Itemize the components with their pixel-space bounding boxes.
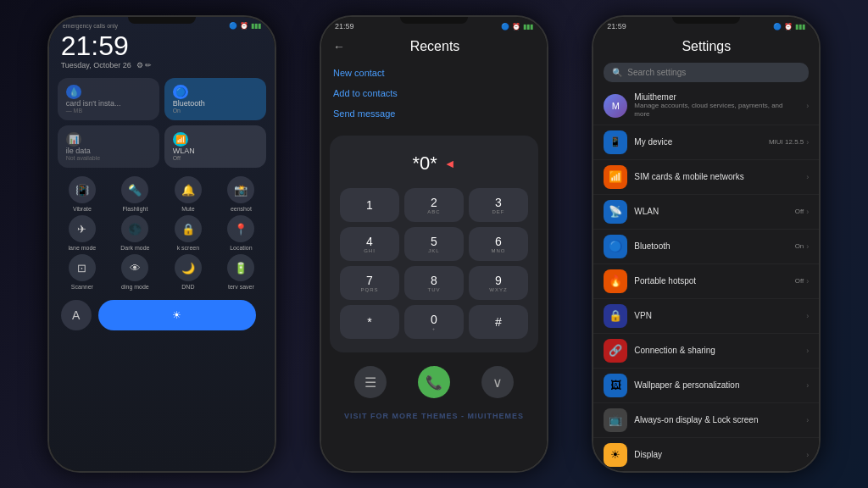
- quick-lockscreen[interactable]: 🔒 k screen: [164, 215, 214, 251]
- setting-connection-sharing[interactable]: 🔗 Connection & sharing ›: [593, 334, 819, 369]
- p1-quick-launch-btn[interactable]: A: [61, 300, 92, 330]
- tile-bluetooth[interactable]: 🔵 Bluetooth On: [164, 78, 266, 120]
- tile-signal-icon: 📊: [66, 132, 81, 147]
- p1-bt-icon: 🔵: [229, 22, 237, 30]
- dial-key-7[interactable]: 7 PQRS: [340, 266, 399, 300]
- mydevice-version: MIUI 12.5.5 ›: [769, 138, 809, 147]
- setting-simcards[interactable]: 📶 SIM cards & mobile networks ›: [593, 160, 819, 195]
- battery-saver-icon: 🔋: [227, 254, 254, 281]
- miuithemer-avatar: M: [604, 94, 627, 118]
- tile-wlan[interactable]: 📶 WLAN Off: [164, 125, 266, 168]
- brightness-sun-icon: ☀: [172, 309, 181, 321]
- mute-icon: 🔔: [175, 176, 202, 203]
- brightness-slider[interactable]: ☀: [98, 300, 256, 330]
- p2-recent-button[interactable]: ∨: [481, 366, 514, 398]
- setting-wallpaper[interactable]: 🖼 Wallpaper & personalization ›: [593, 369, 819, 403]
- chevron-icon: ›: [806, 277, 809, 286]
- phone2-screen: 21:59 🔵 ⏰ ▮▮▮ ← Recents New contact Add …: [321, 17, 547, 471]
- chevron-icon: ›: [806, 173, 809, 181]
- reading-icon: 👁: [121, 254, 148, 281]
- p2-send-message[interactable]: Send message: [333, 103, 535, 124]
- dial-key-star[interactable]: *: [340, 305, 399, 339]
- darkmode-icon: 🌑: [121, 215, 148, 242]
- dial-key-4[interactable]: 4 GHI: [340, 227, 399, 261]
- setting-display[interactable]: ☀ Display ›: [593, 438, 819, 471]
- chevron-icon: ›: [806, 451, 809, 459]
- dial-key-9[interactable]: 9 WXYZ: [469, 266, 528, 300]
- setting-sim-content: SIM cards & mobile networks: [634, 172, 799, 181]
- setting-bluetooth[interactable]: 🔵 Bluetooth On ›: [593, 230, 819, 264]
- setting-wlan[interactable]: 📡 WLAN Off ›: [593, 195, 819, 230]
- setting-miuithemer[interactable]: M Miuithemer Manage accounts, cloud serv…: [593, 87, 819, 125]
- wlan-icon: 📡: [604, 200, 627, 224]
- p3-bt-icon: 🔵: [773, 23, 782, 30]
- search-icon: 🔍: [612, 68, 622, 77]
- p2-add-contacts[interactable]: Add to contacts: [333, 83, 535, 103]
- p1-battery-icon: ▮▮▮: [251, 22, 261, 30]
- connection-icon: 🔗: [604, 339, 627, 363]
- dial-key-8[interactable]: 8 TUV: [404, 266, 464, 300]
- setting-aod[interactable]: 📺 Always-on display & Lock screen ›: [593, 403, 819, 438]
- p1-quick-icons: 📳 Vibrate 🔦 Flashlight 🔔 Mute 📸 eenshot …: [49, 171, 275, 295]
- wlan-status: Off ›: [795, 208, 810, 216]
- setting-mydevice-content: My device: [634, 137, 762, 147]
- p2-time: 21:59: [335, 22, 354, 30]
- bluetooth-icon: 🔵: [604, 235, 627, 258]
- p2-number-display: *0* ◄: [340, 146, 528, 181]
- p3-time: 21:59: [607, 22, 626, 30]
- setting-aod-content: Always-on display & Lock screen: [634, 415, 799, 424]
- p2-header: ← Recents: [321, 32, 547, 58]
- tile-droplet-icon: 💧: [66, 85, 81, 99]
- screenshot-icon: 📸: [227, 176, 254, 203]
- p2-status-icons: 🔵 ⏰ ▮▮▮: [501, 23, 533, 30]
- phone2: 21:59 🔵 ⏰ ▮▮▮ ← Recents New contact Add …: [320, 15, 548, 473]
- tile-card-slot[interactable]: 💧 card isn't insta... — MB: [58, 78, 159, 120]
- p2-display-area: *0* ◄ 1 2 ABC 3 DEF: [330, 136, 538, 352]
- quick-battery[interactable]: 🔋 terv saver: [216, 254, 266, 290]
- mydevice-icon: 📱: [604, 130, 627, 154]
- p2-menu-items: New contact Add to contacts Send message: [321, 58, 547, 129]
- dial-key-3[interactable]: 3 DEF: [469, 188, 528, 222]
- settings-list: M Miuithemer Manage accounts, cloud serv…: [593, 87, 819, 471]
- p2-new-contact[interactable]: New contact: [333, 63, 535, 83]
- tile-mobile-data[interactable]: 📊 ile data Not available: [58, 125, 159, 168]
- chevron-icon: ›: [806, 102, 809, 110]
- setting-vpn[interactable]: 🔒 VPN ›: [593, 299, 819, 334]
- quick-scanner[interactable]: ⊡ Scanner: [58, 254, 108, 290]
- dial-key-6[interactable]: 6 MNO: [469, 227, 528, 261]
- p2-menu-button[interactable]: ☰: [354, 366, 387, 398]
- setting-vpn-content: VPN: [634, 311, 799, 320]
- p2-bt-icon: 🔵: [501, 23, 509, 30]
- dial-key-0[interactable]: 0 +: [404, 305, 464, 339]
- quick-airplane[interactable]: ✈ lane mode: [58, 215, 108, 251]
- dial-key-2[interactable]: 2 ABC: [404, 188, 464, 222]
- setting-miuithemer-content: Miuithemer Manage accounts, cloud servic…: [634, 92, 799, 119]
- setting-hotspot[interactable]: 🔥 Portable hotspot Off ›: [593, 264, 819, 299]
- p2-back-button[interactable]: ←: [333, 40, 345, 53]
- chevron-icon: ›: [806, 208, 809, 216]
- p2-delete-button[interactable]: ◄: [444, 157, 456, 170]
- quick-mute[interactable]: 🔔 Mute: [164, 176, 214, 212]
- p1-tiles: 💧 card isn't insta... — MB 🔵 Bluetooth O…: [49, 75, 275, 171]
- p3-search-bar[interactable]: 🔍 Search settings: [604, 63, 809, 82]
- p3-battery-icon: ▮▮▮: [795, 23, 805, 30]
- bluetooth-status: On ›: [795, 242, 810, 251]
- quick-screenshot[interactable]: 📸 eenshot: [216, 176, 266, 212]
- quick-dnd[interactable]: 🌙 DND: [164, 254, 214, 290]
- quick-reading[interactable]: 👁 ding mode: [110, 254, 160, 290]
- p2-battery-icon: ▮▮▮: [523, 23, 533, 30]
- setting-wallpaper-content: Wallpaper & personalization: [634, 380, 799, 390]
- setting-mydevice[interactable]: 📱 My device MIUI 12.5.5 ›: [593, 125, 819, 160]
- dial-key-5[interactable]: 5 JKL: [404, 227, 464, 261]
- chevron-icon: ›: [806, 242, 809, 251]
- quick-darkmode[interactable]: 🌑 Dark mode: [110, 215, 160, 251]
- quick-vibrate[interactable]: 📳 Vibrate: [58, 176, 108, 212]
- tile-bt-icon: 🔵: [173, 85, 188, 99]
- dial-key-1[interactable]: 1: [340, 188, 399, 222]
- p2-call-button[interactable]: 📞: [418, 366, 450, 398]
- quick-location[interactable]: 📍 Location: [216, 215, 266, 251]
- p1-status-bar: emergency calls only 🔵 ⏰ ▮▮▮: [49, 17, 275, 31]
- flashlight-icon: 🔦: [121, 176, 148, 203]
- quick-flashlight[interactable]: 🔦 Flashlight: [110, 176, 160, 212]
- dial-key-hash[interactable]: #: [469, 305, 528, 339]
